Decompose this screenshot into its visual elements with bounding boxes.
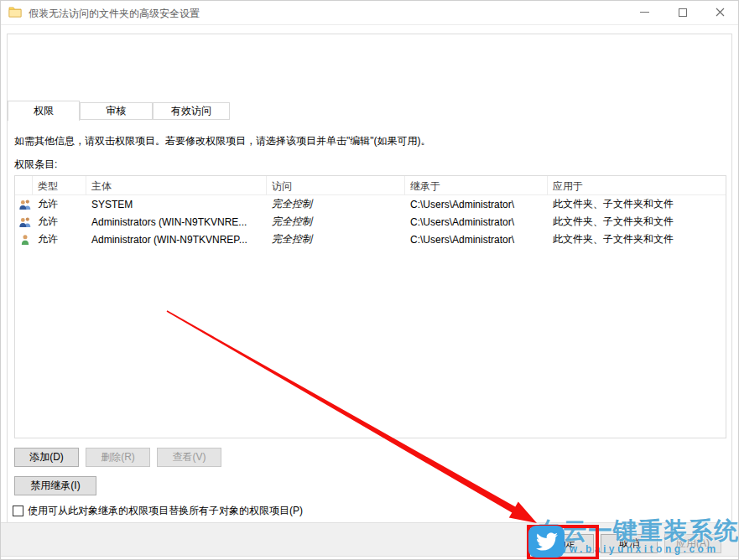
folder-icon (8, 6, 22, 20)
header-inherited-from[interactable]: 继承于 (405, 176, 548, 194)
maximize-button[interactable] (664, 0, 701, 24)
window-title: 假装无法访问的文件夹的高级安全设置 (29, 7, 200, 21)
cell-inherited-from: C:\Users\Administrator\ (405, 216, 548, 228)
remove-button: 删除(R) (86, 448, 150, 467)
close-button[interactable] (701, 0, 739, 24)
header-applies-to[interactable]: 应用于 (548, 176, 727, 194)
permission-entries-table: 类型 主体 访问 继承于 应用于 允许 SYSTEM 完全控制 C:\Users… (14, 175, 726, 438)
tab-effective-access[interactable]: 有效访问 (153, 102, 230, 120)
cell-principal: SYSTEM (86, 199, 267, 210)
group-icon (15, 215, 33, 229)
replace-permissions-checkbox[interactable] (13, 506, 23, 516)
cell-type: 允许 (33, 232, 86, 246)
table-row[interactable]: 允许 Administrators (WIN-N9TKVNRE... 完全控制 … (15, 213, 726, 231)
cell-type: 允许 (33, 197, 86, 211)
table-row[interactable]: 允许 Administrator (WIN-N9TKVNREP... 完全控制 … (15, 231, 726, 248)
tab-permissions[interactable]: 权限 (8, 101, 80, 121)
cell-access: 完全控制 (267, 197, 405, 211)
twitter-icon (528, 526, 565, 557)
cell-type: 允许 (33, 215, 86, 229)
add-button[interactable]: 添加(D) (14, 448, 79, 467)
view-button: 查看(V) (157, 448, 221, 467)
group-icon (15, 198, 33, 211)
maximize-icon (679, 8, 687, 17)
cell-principal: Administrator (WIN-N9TKVNREP... (86, 234, 267, 246)
cell-applies-to: 此文件夹、子文件夹和文件 (548, 197, 727, 211)
header-principal[interactable]: 主体 (86, 176, 267, 194)
table-row[interactable]: 允许 SYSTEM 完全控制 C:\Users\Administrator\ 此… (15, 195, 726, 213)
cancel-button[interactable]: 取消 (601, 534, 658, 553)
replace-permissions-row[interactable]: 使用可从此对象继承的权限项目替换所有子对象的权限项目(P) (13, 504, 303, 518)
instruction-text: 如需其他信息，请双击权限项目。若要修改权限项目，请选择该项目并单击"编辑"(如果… (14, 134, 431, 148)
table-header: 类型 主体 访问 继承于 应用于 (15, 176, 726, 195)
header-icon-column[interactable] (15, 176, 33, 194)
minimize-icon (640, 12, 649, 13)
disable-inheritance-button[interactable]: 禁用继承(I) (14, 476, 96, 495)
cell-inherited-from: C:\Users\Administrator\ (405, 199, 548, 210)
content-panel: 权限 审核 有效访问 如需其他信息，请双击权限项目。若要修改权限项目，请选择该项… (7, 34, 732, 527)
tab-auditing[interactable]: 审核 (80, 102, 153, 120)
cell-applies-to: 此文件夹、子文件夹和文件 (548, 215, 727, 229)
cell-inherited-from: C:\Users\Administrator\ (405, 234, 548, 246)
titlebar: 假装无法访问的文件夹的高级安全设置 (0, 0, 739, 25)
apply-button: 应用(A) (664, 534, 721, 553)
cell-access: 完全控制 (267, 215, 405, 229)
cell-applies-to: 此文件夹、子文件夹和文件 (548, 232, 727, 246)
header-type[interactable]: 类型 (33, 176, 86, 194)
replace-permissions-label: 使用可从此对象继承的权限项目替换所有子对象的权限项目(P) (28, 504, 303, 518)
user-icon (15, 233, 33, 246)
cell-access: 完全控制 (267, 232, 405, 246)
header-access[interactable]: 访问 (267, 176, 405, 194)
cell-principal: Administrators (WIN-N9TKVNRE... (86, 216, 267, 228)
entries-label: 权限条目: (14, 158, 57, 172)
minimize-button[interactable] (626, 0, 664, 24)
close-icon (716, 8, 725, 17)
